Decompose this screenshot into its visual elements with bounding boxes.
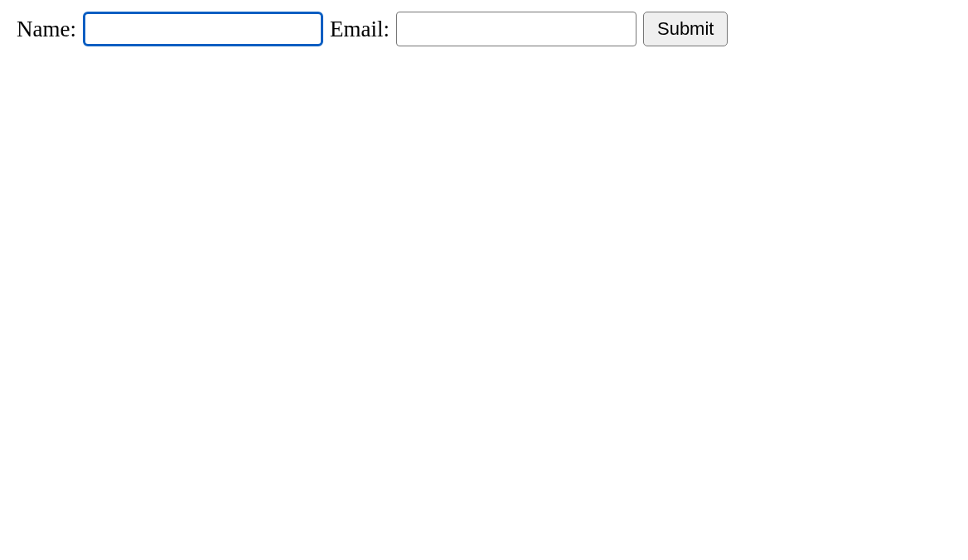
- name-label: Name:: [17, 17, 76, 42]
- simple-form: Name: Email: Submit: [17, 12, 951, 46]
- name-input[interactable]: [83, 12, 323, 46]
- submit-button[interactable]: Submit: [643, 12, 728, 46]
- email-input[interactable]: [396, 12, 636, 46]
- email-label: Email:: [330, 17, 390, 42]
